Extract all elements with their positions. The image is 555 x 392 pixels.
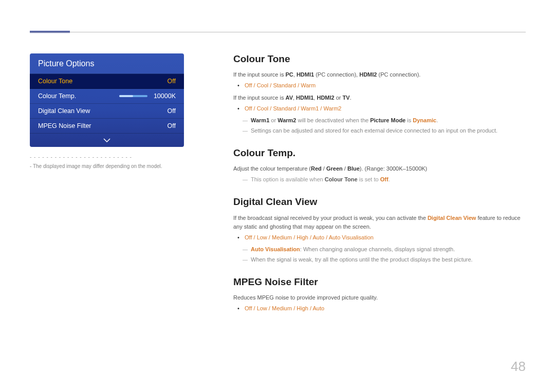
osd-label: Digital Clean View: [38, 107, 168, 115]
sub-note: When the signal is weak, try all the opt…: [233, 255, 525, 264]
text-line: Adjust the colour temperature (Red / Gre…: [233, 164, 525, 173]
osd-row-colour-temp[interactable]: Colour Temp. 10000K: [30, 89, 184, 104]
osd-row-mpeg-noise-filter[interactable]: MPEG Noise Filter Off: [30, 119, 184, 134]
osd-value: Off: [168, 107, 176, 115]
sub-note: Settings can be adjusted and stored for …: [233, 126, 525, 135]
heading-colour-temp: Colour Temp.: [233, 145, 525, 160]
option-list: Off / Low / Medium / High / Auto: [245, 304, 525, 313]
heading-digital-clean-view: Digital Clean View: [233, 194, 525, 209]
top-rule: [30, 32, 526, 32]
page-number: 48: [511, 359, 526, 375]
sub-note: Auto Visualisation: When changing analog…: [233, 245, 525, 254]
osd-slider[interactable]: [119, 95, 147, 97]
osd-value: 10000K: [154, 92, 176, 100]
osd-label: Colour Tone: [38, 78, 168, 85]
heading-mpeg-noise-filter: MPEG Noise Filter: [233, 274, 525, 289]
osd-row-colour-tone[interactable]: Colour Tone Off: [30, 74, 184, 89]
osd-panel: Picture Options Colour Tone Off Colour T…: [30, 53, 184, 147]
heading-colour-tone: Colour Tone: [233, 51, 525, 66]
text-line: Reduces MPEG noise to provide improved p…: [233, 293, 525, 302]
sub-note: This option is available when Colour Ton…: [233, 175, 525, 184]
option-list: Off / Cool / Standard / Warm: [245, 81, 525, 90]
text-line: If the input source is AV, HDMI1, HDMI2 …: [233, 94, 525, 102]
chevron-down-icon[interactable]: [30, 134, 184, 147]
text-line: If the broadcast signal received by your…: [233, 214, 525, 231]
osd-value: Off: [168, 78, 176, 85]
sub-note: Warm1 or Warm2 will be deactivated when …: [233, 116, 525, 125]
osd-value: Off: [168, 122, 176, 129]
option-list: Off / Low / Medium / High / Auto / Auto …: [245, 233, 525, 242]
text-line: If the input source is PC, HDMI1 (PC con…: [233, 70, 525, 79]
caption-note: - The displayed image may differ dependi…: [30, 163, 162, 169]
content-area: Colour Tone If the input source is PC, H…: [233, 51, 525, 316]
osd-row-digital-clean-view[interactable]: Digital Clean View Off: [30, 104, 184, 119]
osd-title: Picture Options: [30, 53, 184, 74]
option-list: Off / Cool / Standard / Warm1 / Warm2: [245, 104, 525, 113]
caption-divider: - - - - - - - - - - - - - - - - - - - - …: [30, 154, 132, 160]
osd-label: Colour Temp.: [38, 92, 119, 100]
osd-label: MPEG Noise Filter: [38, 122, 168, 129]
